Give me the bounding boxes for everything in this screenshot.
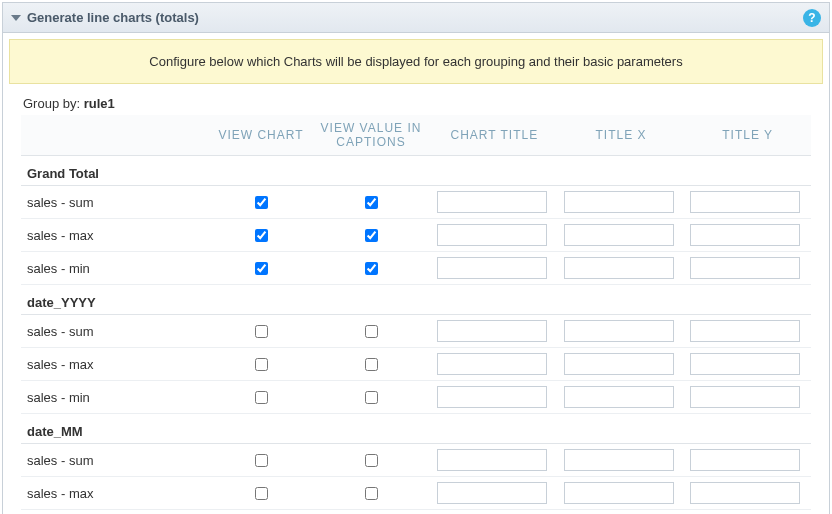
view-value-checkbox[interactable] [365, 358, 378, 371]
view-chart-checkbox[interactable] [255, 391, 268, 404]
cell-title-x [558, 186, 685, 219]
cell-title-y [684, 348, 811, 381]
cell-view-value [311, 444, 431, 477]
title-x-input[interactable] [564, 191, 674, 213]
groupby-label: Group by: [23, 96, 80, 111]
title-x-input[interactable] [564, 449, 674, 471]
cell-chart-title [431, 510, 558, 515]
chart-title-input[interactable] [437, 191, 547, 213]
cell-chart-title [431, 381, 558, 414]
cell-view-value [311, 381, 431, 414]
panel-body: Group by: rule1 VIEW CHART VIEW VALUE IN… [3, 90, 829, 514]
cell-title-x [558, 348, 685, 381]
title-y-input[interactable] [690, 257, 800, 279]
collapse-icon[interactable] [11, 15, 21, 21]
config-table: VIEW CHART VIEW VALUE IN CAPTIONS CHART … [21, 115, 811, 514]
cell-title-x [558, 315, 685, 348]
cell-view-chart [211, 381, 311, 414]
view-chart-checkbox[interactable] [255, 229, 268, 242]
cell-title-x [558, 381, 685, 414]
cell-view-chart [211, 510, 311, 515]
chart-title-input[interactable] [437, 482, 547, 504]
cell-title-x [558, 477, 685, 510]
section-header: date_YYYY [21, 285, 811, 315]
cell-chart-title [431, 477, 558, 510]
cell-title-y [684, 219, 811, 252]
panel-header[interactable]: Generate line charts (totals) ? [3, 3, 829, 33]
view-chart-checkbox[interactable] [255, 487, 268, 500]
table-row: sales - sum [21, 444, 811, 477]
col-header-view-chart[interactable]: VIEW CHART [211, 115, 311, 156]
view-value-checkbox[interactable] [365, 487, 378, 500]
chart-title-input[interactable] [437, 386, 547, 408]
title-y-input[interactable] [690, 191, 800, 213]
view-value-checkbox[interactable] [365, 325, 378, 338]
title-y-input[interactable] [690, 224, 800, 246]
col-header-view-value[interactable]: VIEW VALUE IN CAPTIONS [311, 115, 431, 156]
title-y-input[interactable] [690, 449, 800, 471]
col-header-chart-title[interactable]: CHART TITLE [431, 115, 558, 156]
view-chart-checkbox[interactable] [255, 262, 268, 275]
chart-title-input[interactable] [437, 224, 547, 246]
panel-generate-line-charts: Generate line charts (totals) ? Configur… [2, 2, 830, 514]
cell-title-y [684, 510, 811, 515]
title-x-input[interactable] [564, 257, 674, 279]
title-x-input[interactable] [564, 386, 674, 408]
view-value-checkbox[interactable] [365, 229, 378, 242]
row-label: sales - max [21, 219, 211, 252]
view-value-checkbox[interactable] [365, 391, 378, 404]
title-x-input[interactable] [564, 353, 674, 375]
cell-title-x [558, 219, 685, 252]
table-row: sales - max [21, 477, 811, 510]
section-header: date_MM [21, 414, 811, 444]
title-x-input[interactable] [564, 224, 674, 246]
cell-chart-title [431, 348, 558, 381]
cell-view-chart [211, 444, 311, 477]
groupby-value: rule1 [84, 96, 115, 111]
row-label: sales - max [21, 348, 211, 381]
cell-chart-title [431, 252, 558, 285]
title-y-input[interactable] [690, 386, 800, 408]
title-x-input[interactable] [564, 482, 674, 504]
info-bar: Configure below which Charts will be dis… [9, 39, 823, 84]
row-label: sales - sum [21, 315, 211, 348]
cell-title-y [684, 315, 811, 348]
cell-view-chart [211, 477, 311, 510]
cell-view-value [311, 186, 431, 219]
cell-view-chart [211, 219, 311, 252]
cell-chart-title [431, 444, 558, 477]
title-y-input[interactable] [690, 320, 800, 342]
chart-title-input[interactable] [437, 449, 547, 471]
view-value-checkbox[interactable] [365, 262, 378, 275]
cell-title-y [684, 477, 811, 510]
view-chart-checkbox[interactable] [255, 196, 268, 209]
section-header: Grand Total [21, 156, 811, 186]
groupby-label-row: Group by: rule1 [23, 96, 811, 111]
cell-view-value [311, 510, 431, 515]
view-chart-checkbox[interactable] [255, 358, 268, 371]
cell-chart-title [431, 186, 558, 219]
panel-title: Generate line charts (totals) [27, 10, 199, 25]
view-chart-checkbox[interactable] [255, 454, 268, 467]
chart-title-input[interactable] [437, 320, 547, 342]
chart-title-input[interactable] [437, 257, 547, 279]
help-icon[interactable]: ? [803, 9, 821, 27]
row-label: sales - sum [21, 186, 211, 219]
col-header-title-y[interactable]: TITLE Y [684, 115, 811, 156]
col-header-title-x[interactable]: TITLE X [558, 115, 685, 156]
row-label: sales - min [21, 510, 211, 515]
view-value-checkbox[interactable] [365, 454, 378, 467]
cell-view-value [311, 348, 431, 381]
title-y-input[interactable] [690, 353, 800, 375]
cell-view-chart [211, 315, 311, 348]
cell-title-y [684, 381, 811, 414]
cell-view-chart [211, 252, 311, 285]
view-chart-checkbox[interactable] [255, 325, 268, 338]
cell-title-x [558, 252, 685, 285]
view-value-checkbox[interactable] [365, 196, 378, 209]
title-x-input[interactable] [564, 320, 674, 342]
table-row: sales - max [21, 348, 811, 381]
title-y-input[interactable] [690, 482, 800, 504]
row-label: sales - max [21, 477, 211, 510]
chart-title-input[interactable] [437, 353, 547, 375]
